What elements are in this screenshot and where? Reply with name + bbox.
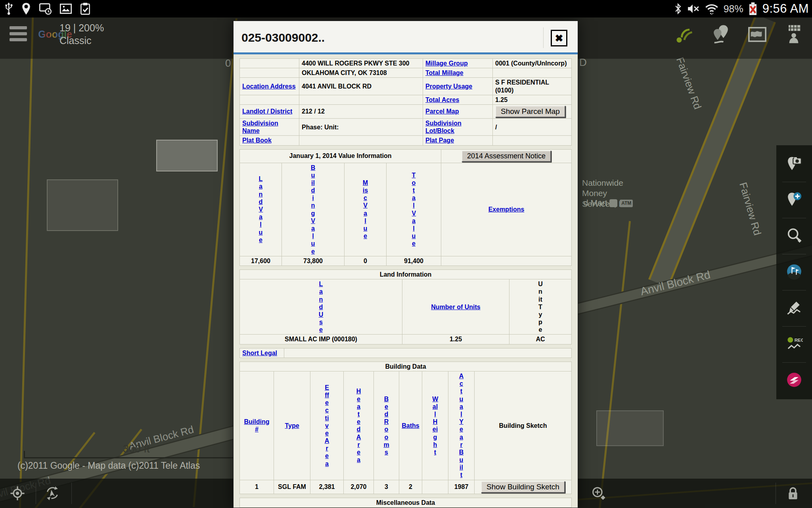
property-table: 4400 WILL ROGERS PKWY STE 300 Millage Gr… [239,58,572,146]
column-header-link[interactable]: Type [285,422,299,429]
basemap-download-icon[interactable] [783,24,804,44]
map-road [19,17,34,508]
building-data-table: Building Data Building # Type Effective … [239,362,572,494]
dialog-title: 025-03009002.. [241,21,325,54]
bluetooth-icon [674,3,682,15]
poi-dmart: d Mart ATM [584,198,633,208]
battery-percent: 98% [724,3,743,15]
table-row: 4400 WILL ROGERS PKWY STE 300 Millage Gr… [240,59,572,68]
property-label-link[interactable]: Property Usage [425,83,472,90]
record-track-icon[interactable]: REC [785,335,803,352]
map-tools-panel: REC [776,145,812,399]
property-label-link[interactable]: Millage Group [425,60,468,67]
property-label-link[interactable]: Plat Book [242,137,272,144]
battery-icon [748,2,758,15]
property-label-link[interactable]: Total Millage [425,69,463,76]
search-icon[interactable] [785,227,803,244]
map-mode-label: Classic [59,35,92,46]
section-title: January 1, 2014 Value Information [240,149,441,163]
map-type-icon[interactable] [747,24,768,44]
column-header-link[interactable]: Wall Height [432,395,438,456]
table-row: Plat Book Plat Page [240,136,572,145]
status-bar: 98% 9:56 AM [0,0,812,17]
road-label-fairview-top: Fairview Rd [674,56,704,111]
gallery-icon [59,2,72,15]
mute-icon [687,3,700,15]
column-header-link[interactable]: Land Value [259,175,263,244]
column-header-link[interactable]: Baths [402,422,419,429]
compass-rotate-icon[interactable] [44,485,60,501]
land-info-table: Land Information Land Use Number of Unit… [239,269,572,344]
table-row: Landlot / District 212 / 12 Parcel Map S… [240,104,572,118]
smart-stay-icon [39,2,52,15]
photo-placemark-icon[interactable] [785,155,803,172]
store-poi-icon [609,199,617,207]
placemarks-icon[interactable] [710,24,731,44]
exemptions-link[interactable]: Exemptions [488,206,525,213]
misc-data-table: Miscellaneous Data Description Length Wi… [239,498,572,508]
section-title: Land Information [240,269,572,279]
map-label-fragment-left: 0 [225,57,231,69]
property-label-link[interactable]: Parcel Map [425,108,459,115]
show-building-sketch-button[interactable]: Show Building Sketch [481,481,565,493]
show-parcel-map-button[interactable]: Show Parcel Map [495,106,565,117]
map-parcel [156,140,218,171]
road-label-fairview-mid: Fairview Rd [737,181,764,237]
clock: 9:56 AM [762,2,809,16]
column-header-link[interactable]: Effective Area [325,384,329,468]
header-divider [543,27,544,48]
location-pin-icon [21,2,32,15]
property-label-link[interactable]: Subdivision Lot/Block [425,120,462,134]
map-attribution: (c)2011 Google - Map data (c)2011 Tele A… [17,460,200,471]
table-row: 1 SGL FAM 2,381 2,070 3 2 1987 Show Buil… [240,480,572,494]
wifi-icon [705,2,719,15]
column-header-link[interactable]: Actual Year Built [459,372,464,479]
parcel-dialog: 025-03009002.. ✖ 4400 WILL ROGERS PKWY S… [233,21,578,508]
column-header-link[interactable]: Total Value [412,171,416,248]
property-label-link[interactable]: Landlot / District [242,108,292,115]
column-header-link[interactable]: Number of Units [431,304,480,310]
map-parcel [47,179,118,231]
table-row: Location Address 4041 ANVIL BLOCK RD Pro… [240,78,572,95]
dialog-body: 4400 WILL ROGERS PKWY STE 300 Millage Gr… [234,54,578,508]
close-button[interactable]: ✖ [551,30,567,46]
map-scale-bar [24,457,233,458]
gps-status-icon[interactable] [674,24,695,44]
column-header: Building Sketch [499,422,547,429]
map-road [599,221,631,508]
value-info-table: January 1, 2014 Value Information 2014 A… [239,149,572,266]
short-legal-table: Short Legal [239,348,572,358]
atm-badge: ATM [620,200,633,207]
map-parcel [596,410,664,446]
menu-icon[interactable] [10,26,27,41]
lock-icon[interactable] [785,485,801,501]
column-header-link[interactable]: Building Value [311,164,316,255]
column-header-link[interactable]: Heated Area [356,387,361,464]
add-placemark-icon[interactable] [785,190,803,208]
short-legal-link[interactable]: Short Legal [242,350,277,356]
column-header-link[interactable]: Land Use [319,280,324,333]
property-label-link[interactable]: Subdivision Name [242,120,278,134]
draw-track-icon[interactable] [785,299,803,316]
column-header-link[interactable]: Building # [244,418,270,433]
usb-icon [4,2,13,15]
section-title: Building Data [240,362,572,371]
my-location-icon[interactable] [10,485,25,501]
property-label-link[interactable]: Location Address [242,83,296,90]
column-header-link[interactable]: Bed Rooms [383,395,389,456]
table-row: 17,600 73,800 0 91,400 [240,256,572,266]
property-label-link[interactable]: Total Acres [425,96,459,103]
property-label-link[interactable]: Plat Page [425,137,454,144]
clipboard-check-icon [79,2,91,15]
table-row: SMALL AC IMP (000180) 1.25 AC [240,335,572,344]
assessment-notice-button[interactable]: 2014 Assessment Notice [462,150,551,162]
map-scale-label: 300 ft [123,443,150,455]
column-header-link[interactable]: Misc Value [363,179,368,240]
zoom-level-indicator: 19 | 200% [59,22,104,34]
dialog-header: 025-03009002.. ✖ [234,21,578,54]
zoom-in-icon[interactable] [591,485,607,501]
poi-tour-icon[interactable] [785,263,803,280]
share-track-icon[interactable] [785,371,803,389]
section-title: Miscellaneous Data [240,498,572,507]
table-row: Subdivision Name Phase: Unit: Subdivisio… [240,118,572,135]
